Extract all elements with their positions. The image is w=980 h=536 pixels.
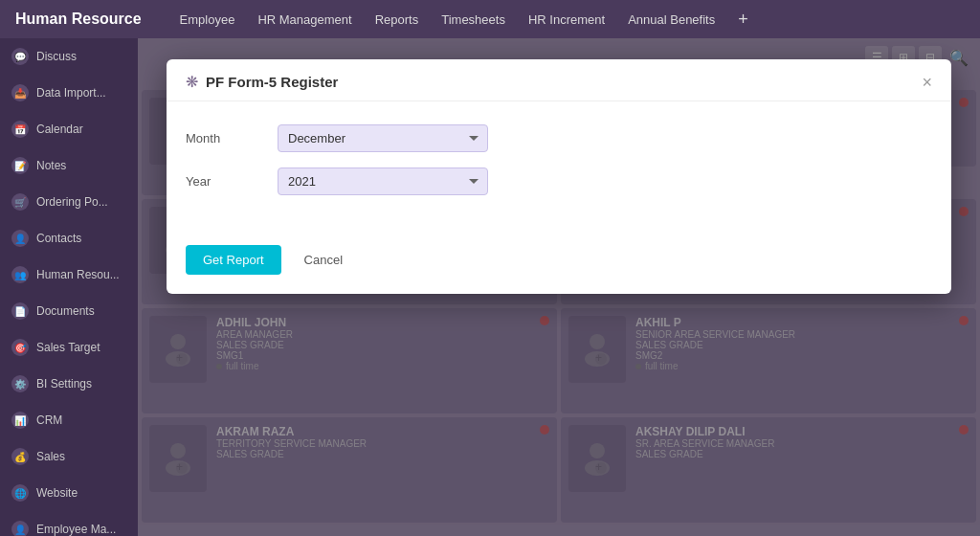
sidebar-item-sales[interactable]: 💰 Sales	[0, 438, 138, 475]
sidebar-label-sales: Sales	[36, 450, 65, 463]
sales-target-icon: 🎯	[11, 339, 29, 356]
cancel-button[interactable]: Cancel	[291, 245, 356, 275]
sidebar-label-calendar: Calendar	[36, 123, 83, 136]
sidebar-label-website: Website	[36, 486, 78, 500]
year-label: Year	[186, 174, 262, 189]
nav-hr-increment[interactable]: HR Increment	[528, 12, 605, 27]
nav-employee[interactable]: Employee	[180, 12, 235, 27]
sidebar-label-crm: CRM	[36, 413, 62, 427]
sidebar-label-documents: Documents	[36, 304, 95, 318]
discuss-icon: 💬	[11, 48, 29, 65]
pf-form-modal: ❋ PF Form-5 Register × Month December Ja…	[167, 59, 951, 294]
modal-header: ❋ PF Form-5 Register ×	[167, 59, 951, 101]
year-select[interactable]: 2019 2020 2021 2022 2023	[278, 168, 488, 195]
employee-ma-icon: 👤	[11, 521, 29, 536]
add-menu-button[interactable]: +	[738, 10, 748, 30]
content-area: + TRICHUR + ABHINAV KUMAR	[138, 38, 980, 536]
sidebar-item-crm[interactable]: 📊 CRM	[0, 402, 138, 438]
sales-icon: 💰	[11, 448, 29, 465]
year-form-row: Year 2019 2020 2021 2022 2023	[186, 168, 932, 195]
notes-icon: 📝	[11, 157, 29, 174]
sidebar-label-human-resource: Human Resou...	[36, 268, 120, 281]
modal-footer: Get Report Cancel	[167, 234, 951, 294]
sidebar-label-ordering-po: Ordering Po...	[36, 195, 108, 209]
sidebar-label-sales-target: Sales Target	[36, 341, 100, 354]
sidebar-label-bi-settings: BI Settings	[36, 377, 92, 391]
ordering-po-icon: 🛒	[11, 193, 29, 211]
website-icon: 🌐	[11, 484, 29, 502]
modal-close-button[interactable]: ×	[922, 74, 932, 91]
month-select[interactable]: December January February March April Ma…	[278, 124, 488, 152]
documents-icon: 📄	[11, 302, 29, 320]
sidebar-item-notes[interactable]: 📝 Notes	[0, 147, 138, 184]
sidebar-item-data-import[interactable]: 📥 Data Import...	[0, 75, 138, 111]
modal-title: PF Form-5 Register	[206, 74, 338, 90]
get-report-button[interactable]: Get Report	[186, 245, 281, 275]
sidebar-item-bi-settings[interactable]: ⚙️ BI Settings	[0, 366, 138, 402]
modal-body: Month December January February March Ap…	[167, 101, 951, 234]
nav-hr-management[interactable]: HR Management	[257, 12, 351, 27]
sidebar-label-data-import: Data Import...	[36, 86, 106, 100]
data-import-icon: 📥	[11, 84, 29, 101]
sidebar-item-human-resource[interactable]: 👥 Human Resou...	[0, 257, 138, 293]
sidebar-item-employee-ma[interactable]: 👤 Employee Ma...	[0, 511, 138, 536]
sidebar-label-discuss: Discuss	[36, 50, 77, 63]
nav-reports[interactable]: Reports	[375, 12, 419, 27]
month-form-row: Month December January February March Ap…	[186, 124, 932, 152]
calendar-icon: 📅	[11, 121, 29, 138]
sidebar-label-employee-ma: Employee Ma...	[36, 523, 116, 536]
sidebar-label-contacts: Contacts	[36, 232, 81, 245]
sidebar-label-notes: Notes	[36, 159, 66, 172]
sidebar: 💬 Discuss 📥 Data Import... 📅 Calendar 📝 …	[0, 38, 138, 536]
nav-annual-benefits[interactable]: Annual Benefits	[628, 12, 715, 27]
sidebar-item-sales-target[interactable]: 🎯 Sales Target	[0, 329, 138, 366]
sidebar-item-discuss[interactable]: 💬 Discuss	[0, 38, 138, 75]
sidebar-item-ordering-po[interactable]: 🛒 Ordering Po...	[0, 184, 138, 220]
human-resource-icon: 👥	[11, 266, 29, 283]
top-navigation: Human Resource Employee HR Management Re…	[0, 0, 980, 38]
crm-icon: 📊	[11, 412, 29, 429]
nav-timesheets[interactable]: Timesheets	[441, 12, 505, 27]
modal-title-row: ❋ PF Form-5 Register	[186, 73, 338, 91]
sidebar-item-calendar[interactable]: 📅 Calendar	[0, 111, 138, 147]
sidebar-item-website[interactable]: 🌐 Website	[0, 475, 138, 511]
sidebar-item-documents[interactable]: 📄 Documents	[0, 293, 138, 329]
month-label: Month	[186, 131, 262, 145]
modal-icon: ❋	[186, 73, 198, 91]
main-layout: 💬 Discuss 📥 Data Import... 📅 Calendar 📝 …	[0, 38, 980, 536]
contacts-icon: 👤	[11, 230, 29, 247]
sidebar-item-contacts[interactable]: 👤 Contacts	[0, 220, 138, 257]
bi-settings-icon: ⚙️	[11, 375, 29, 392]
app-title: Human Resource	[15, 11, 142, 28]
